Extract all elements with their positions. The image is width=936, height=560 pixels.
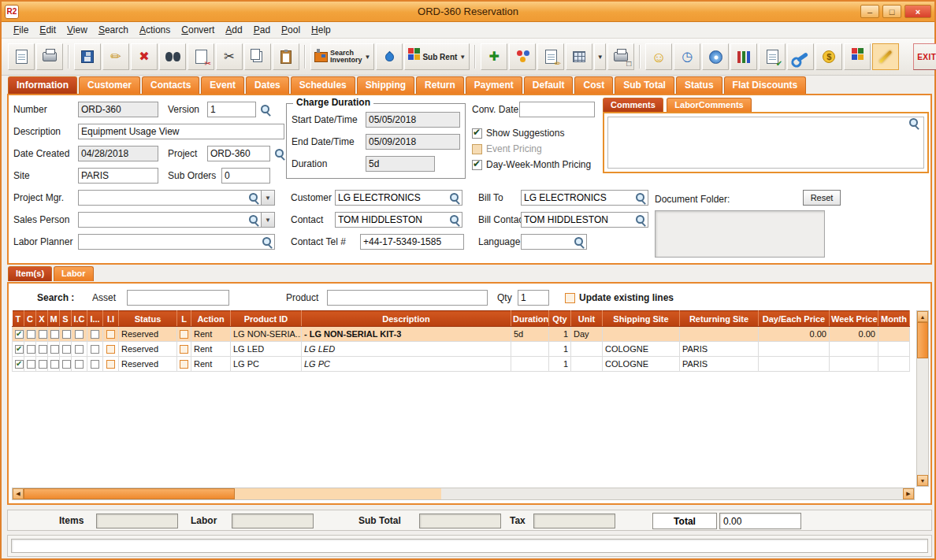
row-select-checkbox[interactable] [15,345,24,354]
header-product-id[interactable]: Product ID [231,311,302,327]
cell-status[interactable]: Reserved [119,327,177,342]
sub-orders-input[interactable] [221,168,270,184]
horizontal-scroll-thumb[interactable] [24,488,235,499]
contact-input[interactable] [336,213,448,227]
row-checkbox[interactable] [27,345,35,354]
cell-week-price[interactable]: 0.00 [830,327,878,342]
vertical-scroll-track[interactable] [917,358,928,475]
cell-returning-site[interactable] [680,327,759,342]
row-checkbox[interactable] [180,345,188,354]
cell-action[interactable]: Rent [191,357,231,372]
cell-shipping-site[interactable] [603,327,680,342]
cell-unit[interactable] [571,357,603,372]
project-search-icon[interactable] [274,148,285,159]
grid-button[interactable] [566,43,592,70]
project-mgr-input[interactable] [79,191,247,205]
bill-contact-field[interactable] [521,212,648,228]
customer-search-icon[interactable] [449,192,460,203]
comments-search-icon[interactable] [908,117,919,128]
language-search-icon[interactable] [574,236,585,247]
day-week-month-checkbox[interactable] [472,160,482,170]
scroll-left-button[interactable]: ◀ [13,488,24,499]
row-checkbox[interactable] [27,330,35,339]
cell-month-price[interactable] [878,357,910,372]
sub-rent-button[interactable]: Sub Rent ▼ [404,43,470,70]
tab-status[interactable]: Status [676,76,722,94]
bill-contact-input[interactable] [522,213,633,227]
tab-labor-comments[interactable]: LaborComments [667,98,751,113]
scroll-right-button[interactable]: ▶ [903,488,914,499]
row-checkbox[interactable] [91,360,99,369]
sales-person-dropdown-button[interactable]: ▼ [261,213,274,227]
bill-contact-search-icon[interactable] [635,214,646,225]
reset-button[interactable]: Reset [803,190,841,206]
header-description[interactable]: Description [302,311,511,327]
menu-view[interactable]: View [61,23,93,37]
row-checkbox[interactable] [62,345,71,354]
version-search-icon[interactable] [260,104,271,115]
find-button[interactable] [159,43,186,70]
bill-to-field[interactable] [521,190,648,206]
smiley-button[interactable]: ☺ [645,43,672,70]
tab-default[interactable]: Default [524,76,574,94]
tab-comments[interactable]: Comments [603,98,663,113]
menu-edit[interactable]: Edit [34,23,61,37]
cell-action[interactable]: Rent [191,327,231,342]
scroll-up-button[interactable]: ▲ [917,311,928,322]
number-input[interactable] [78,102,158,117]
menu-convert[interactable]: Convert [176,23,220,37]
cell-status[interactable]: Reserved [119,357,177,372]
edit-button[interactable]: ✏ [102,43,129,70]
header-x[interactable]: X [36,311,48,327]
project-mgr-combo[interactable]: ▼ [78,190,275,206]
cell-week-price[interactable] [830,342,878,357]
tab-cost[interactable]: Cost [574,76,613,94]
row-checkbox[interactable] [180,330,188,339]
cell-shipping-site[interactable]: COLOGNE [603,342,680,357]
description-input[interactable] [78,124,284,139]
row-checkbox[interactable] [75,330,84,339]
header-month-price[interactable]: Month [878,311,910,327]
search-inventory-button[interactable]: SearchInventory ▼ [310,43,374,70]
books-button[interactable] [730,43,757,70]
row-checkbox[interactable] [106,330,115,339]
cell-description[interactable]: LG LED [302,342,511,357]
customer-input[interactable] [336,191,448,205]
tab-event[interactable]: Event [201,76,244,94]
date-created-input[interactable] [78,146,158,161]
menu-pool[interactable]: Pool [276,23,306,37]
header-ii[interactable]: I.I [103,311,119,327]
clock-button[interactable]: ◷ [674,43,700,70]
table-row[interactable]: Reserved Rent LG PC LG PC 1 COLOGNE PARI… [13,357,910,372]
cell-returning-site[interactable]: PARIS [680,357,759,372]
print-preview-button[interactable]: □ [607,43,634,70]
cd-button[interactable] [702,43,729,70]
row-checkbox[interactable] [50,345,59,354]
product-input[interactable] [327,290,488,306]
row-checkbox[interactable] [39,360,47,369]
row-checkbox[interactable] [39,330,47,339]
cell-duration[interactable]: 5d [511,327,549,342]
update-existing-checkbox[interactable] [565,293,575,303]
project-mgr-dropdown-button[interactable]: ▼ [261,191,274,205]
row-checkbox[interactable] [75,360,84,369]
cell-day-each-price[interactable] [759,357,830,372]
menu-search[interactable]: Search [93,23,134,37]
menu-help[interactable]: Help [306,23,336,37]
tab-payment[interactable]: Payment [466,76,522,94]
cell-duration[interactable] [511,357,549,372]
key-button[interactable] [787,43,814,70]
money-button[interactable]: $ [815,43,842,70]
header-status[interactable]: Status [119,311,177,327]
event-pricing-checkbox[interactable] [472,144,482,154]
comments-area[interactable] [607,117,924,169]
cut-button[interactable]: ✂ [216,43,243,70]
labor-planner-input[interactable] [79,235,260,249]
wand-button[interactable] [872,43,899,70]
minimize-button[interactable]: – [860,5,879,18]
header-c[interactable]: C [24,311,36,327]
cell-qty[interactable]: 1 [549,342,571,357]
menu-actions[interactable]: Actions [134,23,176,37]
new-button[interactable] [8,43,35,70]
row-checkbox[interactable] [75,345,84,354]
